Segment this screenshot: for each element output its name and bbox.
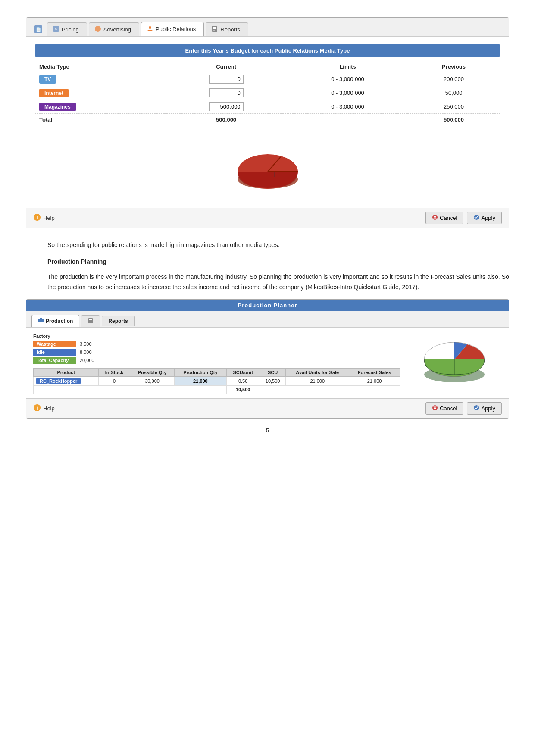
svg-rect-26: [89, 321, 92, 321]
tv-previous: 200,000: [407, 72, 500, 86]
total-scu-value: 10,500: [226, 386, 260, 394]
reports-icon: [211, 25, 218, 34]
col-in-stock: In Stock: [99, 369, 130, 377]
apply-label: Apply: [481, 215, 495, 221]
magazines-current-input[interactable]: [209, 102, 244, 111]
production-qty-input[interactable]: [188, 378, 213, 384]
production-tab-label: Production: [46, 318, 73, 324]
help-button[interactable]: i Help: [33, 213, 55, 222]
prod-pie-chart: [407, 334, 502, 394]
total-previous: 500,000: [407, 114, 500, 125]
tab-prod-reports[interactable]: Reports: [102, 316, 134, 326]
tab-advertising[interactable]: Advertising: [89, 22, 139, 36]
pricing-icon: $: [53, 25, 59, 34]
production-planning-title: Production Planning: [47, 258, 509, 265]
col-media-type: Media Type: [35, 61, 164, 72]
prod-cancel-icon: [432, 405, 438, 412]
production-planner-panel: Production Planner Production: [26, 299, 509, 419]
internet-current[interactable]: [164, 86, 288, 100]
tab-pricing[interactable]: $ Pricing: [47, 22, 87, 36]
table-row: TV 0 - 3,000,000 200,000: [35, 72, 500, 86]
advertising-icon: [94, 25, 101, 34]
prod-cancel-label: Cancel: [440, 405, 457, 412]
prod-apply-label: Apply: [481, 405, 495, 412]
pr-icon: [147, 25, 153, 33]
total-label: Total: [35, 114, 164, 125]
internet-current-input[interactable]: [209, 88, 244, 97]
svg-point-5: [149, 26, 151, 29]
prod-header: Production Planner: [26, 300, 509, 311]
col-limits: Limits: [288, 61, 407, 72]
table-row: Magazines 0 - 3,000,000 250,000: [35, 100, 500, 114]
panel-icon: 📄: [32, 23, 44, 35]
tab-notes[interactable]: [81, 315, 100, 327]
tab-public-relations[interactable]: Public Relations: [141, 22, 204, 36]
help-icon: i: [33, 213, 41, 222]
tv-badge: TV: [39, 75, 56, 84]
col-avail-units: Avail Units for Sale: [286, 369, 349, 377]
tab-production[interactable]: Production: [31, 315, 79, 327]
col-scu-unit: SCU/unit: [226, 369, 260, 377]
factory-total-row: Total Capacity 20,000: [33, 357, 400, 364]
tv-limits: 0 - 3,000,000: [288, 72, 407, 86]
forecast-sales-cell: 21,000: [349, 377, 400, 386]
pie-svg: [225, 141, 311, 197]
table-row: Internet 0 - 3,000,000 50,000: [35, 86, 500, 100]
possible-qty-cell: 30,000: [130, 377, 175, 386]
wastage-bar: Wastage: [33, 341, 76, 347]
prod-total-row: 10,500: [34, 386, 400, 394]
tv-current[interactable]: [164, 72, 288, 86]
tab-reports[interactable]: Reports: [206, 22, 248, 36]
internet-limits: 0 - 3,000,000: [288, 86, 407, 100]
svg-text:📄: 📄: [36, 27, 41, 32]
svg-rect-25: [89, 319, 92, 320]
internet-badge: Internet: [39, 89, 69, 97]
prod-left-section: Factory Wastage 3,500 Idle 8,000 Total C…: [33, 334, 400, 394]
magazines-badge: Magazines: [39, 103, 76, 111]
help-label: Help: [43, 215, 55, 221]
svg-rect-22: [40, 318, 41, 319]
cancel-button[interactable]: Cancel: [425, 212, 463, 224]
idle-bar: Idle: [33, 349, 76, 356]
prod-apply-icon: [473, 405, 479, 412]
product-badge: RC_RockHopper: [36, 378, 81, 384]
svg-rect-7: [213, 27, 216, 28]
prod-apply-button[interactable]: Apply: [467, 402, 502, 415]
production-qty-cell[interactable]: [175, 377, 226, 386]
production-table: Product In Stock Possible Qty Production…: [33, 368, 400, 394]
factory-label: Factory: [33, 334, 400, 339]
col-production-qty: Production Qty: [175, 369, 226, 377]
notes-icon: [88, 318, 94, 325]
svg-rect-21: [38, 319, 44, 322]
internet-previous: 50,000: [407, 86, 500, 100]
magazines-limits: 0 - 3,000,000: [288, 100, 407, 114]
idle-value: 8,000: [80, 350, 92, 355]
prod-tab-bar: Production Reports: [26, 311, 509, 328]
svg-text:i: i: [36, 215, 38, 221]
factory-section: Factory Wastage 3,500 Idle 8,000 Total C…: [33, 334, 400, 364]
total-capacity-value: 20,000: [80, 358, 94, 363]
prod-help-button[interactable]: i Help: [33, 404, 55, 413]
media-internet: Internet: [35, 86, 164, 100]
apply-button[interactable]: Apply: [467, 212, 502, 224]
tab-reports-label: Reports: [220, 26, 240, 33]
apply-icon: [473, 214, 479, 222]
tv-current-input[interactable]: [209, 75, 244, 84]
scu-cell: 10,500: [260, 377, 286, 386]
svg-point-34: [474, 405, 479, 410]
in-stock-cell: 0: [99, 377, 130, 386]
pr-btn-bar: i Help Cancel: [26, 208, 509, 228]
factory-idle-row: Idle 8,000: [33, 349, 400, 356]
svg-text:$: $: [55, 27, 57, 31]
product-cell: RC_RockHopper: [34, 377, 99, 386]
prod-cancel-button[interactable]: Cancel: [425, 402, 463, 415]
prod-help-label: Help: [43, 405, 55, 412]
factory-wastage-row: Wastage 3,500: [33, 341, 400, 347]
magazines-current[interactable]: [164, 100, 288, 114]
media-magazines: Magazines: [35, 100, 164, 114]
wastage-value: 3,500: [80, 341, 92, 347]
svg-rect-23: [41, 318, 42, 319]
col-current: Current: [164, 61, 288, 72]
svg-point-20: [474, 215, 479, 220]
table-row: RC_RockHopper 0 30,000 0.50 10,500 21,00…: [34, 377, 400, 386]
